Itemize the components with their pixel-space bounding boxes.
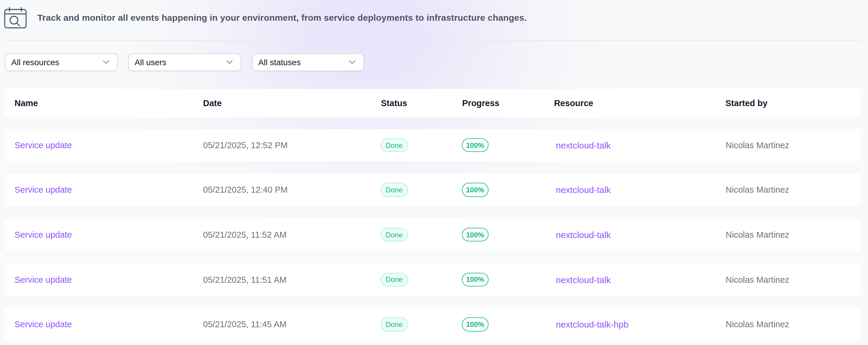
filter-statuses-label: All statuses xyxy=(258,58,301,67)
chevron-down-icon xyxy=(102,60,110,65)
started-by: Nicolas Martinez xyxy=(726,319,789,329)
header-divider xyxy=(5,40,861,41)
started-by: Nicolas Martinez xyxy=(726,230,789,240)
table-header: Name Date Status Progress Resource Start… xyxy=(5,89,860,117)
resource-link[interactable]: nextcloud-talk xyxy=(556,140,611,150)
status-cell: Done xyxy=(380,273,408,287)
status-badge: Done xyxy=(380,138,408,152)
table-row: Service update 05/21/2025, 12:40 PM Done… xyxy=(5,174,860,206)
status-badge: Done xyxy=(380,317,408,332)
started-by: Nicolas Martinez xyxy=(726,185,789,195)
event-name-link[interactable]: Service update xyxy=(14,230,72,240)
filter-statuses-dropdown[interactable]: All statuses xyxy=(252,53,364,71)
status-badge: Done xyxy=(380,183,408,197)
event-name-link[interactable]: Service update xyxy=(14,319,72,329)
table-row: Service update 05/21/2025, 11:45 AM Done… xyxy=(5,308,860,341)
progress-cell: 100% xyxy=(462,228,488,242)
filter-resources-label: All resources xyxy=(11,58,59,67)
filter-resources-dropdown[interactable]: All resources xyxy=(5,53,118,71)
resource-link[interactable]: nextcloud-talk-hpb xyxy=(556,319,628,329)
status-cell: Done xyxy=(380,228,408,242)
chevron-down-icon xyxy=(348,60,355,65)
calendar-search-icon xyxy=(4,6,27,32)
started-by: Nicolas Martinez xyxy=(726,140,789,150)
event-date: 05/21/2025, 11:45 AM xyxy=(203,319,287,329)
column-header-status: Status xyxy=(381,98,407,108)
status-badge: Done xyxy=(380,228,408,242)
started-by: Nicolas Martinez xyxy=(726,275,789,284)
chevron-down-icon xyxy=(226,60,233,65)
table-row: Service update 05/21/2025, 11:51 AM Done… xyxy=(5,263,860,296)
event-name-link[interactable]: Service update xyxy=(14,140,72,150)
progress-badge: 100% xyxy=(462,273,488,287)
progress-badge: 100% xyxy=(462,317,488,332)
table-body: Service update 05/21/2025, 12:52 PM Done… xyxy=(5,129,863,345)
column-header-date: Date xyxy=(203,98,222,108)
event-date: 05/21/2025, 12:52 PM xyxy=(203,140,287,150)
table-row: Service update 05/21/2025, 12:52 PM Done… xyxy=(5,129,860,161)
resource-link[interactable]: nextcloud-talk xyxy=(556,275,611,285)
event-date: 05/21/2025, 11:52 AM xyxy=(203,230,287,240)
progress-badge: 100% xyxy=(462,183,488,197)
progress-badge: 100% xyxy=(462,138,488,152)
table-row: Service update 05/21/2025, 11:52 AM Done… xyxy=(5,218,860,251)
event-name-link[interactable]: Service update xyxy=(14,275,72,284)
progress-badge: 100% xyxy=(462,228,488,242)
event-name-link[interactable]: Service update xyxy=(14,185,72,195)
column-header-started-by: Started by xyxy=(725,98,768,108)
column-header-name: Name xyxy=(14,98,38,108)
filter-users-dropdown[interactable]: All users xyxy=(128,53,241,71)
column-header-resource: Resource xyxy=(554,98,593,108)
column-header-progress: Progress xyxy=(462,98,499,108)
resource-link[interactable]: nextcloud-talk xyxy=(556,230,611,240)
status-cell: Done xyxy=(380,317,408,332)
status-cell: Done xyxy=(380,138,408,152)
event-date: 05/21/2025, 11:51 AM xyxy=(203,275,287,284)
progress-cell: 100% xyxy=(462,273,488,287)
resource-link[interactable]: nextcloud-talk xyxy=(556,185,611,195)
status-cell: Done xyxy=(380,183,408,197)
progress-cell: 100% xyxy=(462,183,488,197)
progress-cell: 100% xyxy=(462,138,488,152)
page-description: Track and monitor all events happening i… xyxy=(37,12,527,23)
filter-users-label: All users xyxy=(134,58,166,67)
progress-cell: 100% xyxy=(462,317,488,332)
event-date: 05/21/2025, 12:40 PM xyxy=(203,185,287,195)
status-badge: Done xyxy=(380,273,408,287)
